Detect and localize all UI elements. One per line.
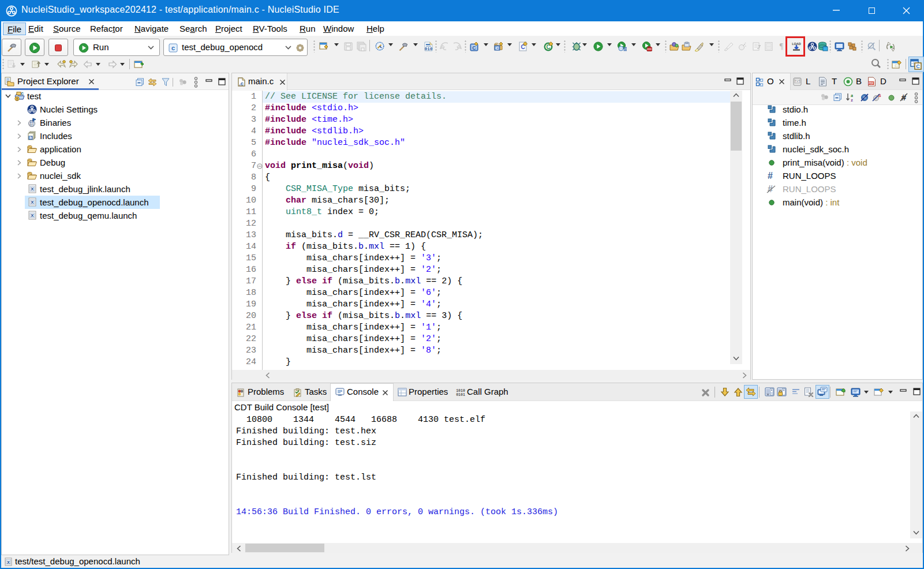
svg-text:1010: 1010 bbox=[456, 389, 465, 393]
svg-text:X: X bbox=[7, 560, 10, 565]
svg-text:TXT: TXT bbox=[795, 80, 800, 83]
svg-text:z: z bbox=[851, 98, 853, 102]
svg-text:X: X bbox=[31, 213, 34, 218]
svg-text:!: ! bbox=[16, 96, 18, 102]
svg-text:X: X bbox=[31, 186, 34, 192]
svg-text:C: C bbox=[496, 46, 499, 51]
svg-text:h: h bbox=[29, 136, 32, 140]
svg-text:C: C bbox=[916, 63, 920, 69]
svg-text:¶: ¶ bbox=[780, 42, 784, 51]
svg-text:C: C bbox=[472, 45, 476, 51]
svg-text:0101: 0101 bbox=[456, 393, 465, 397]
svg-text:PDF: PDF bbox=[869, 82, 874, 85]
svg-text:01: 01 bbox=[29, 123, 34, 128]
svg-text:.c: .c bbox=[239, 81, 244, 87]
svg-text:010: 010 bbox=[425, 47, 433, 51]
svg-text:c: c bbox=[171, 44, 175, 51]
svg-text:X: X bbox=[31, 200, 34, 205]
svg-text:c: c bbox=[21, 91, 24, 96]
svg-text:LOAD: LOAD bbox=[792, 42, 801, 46]
